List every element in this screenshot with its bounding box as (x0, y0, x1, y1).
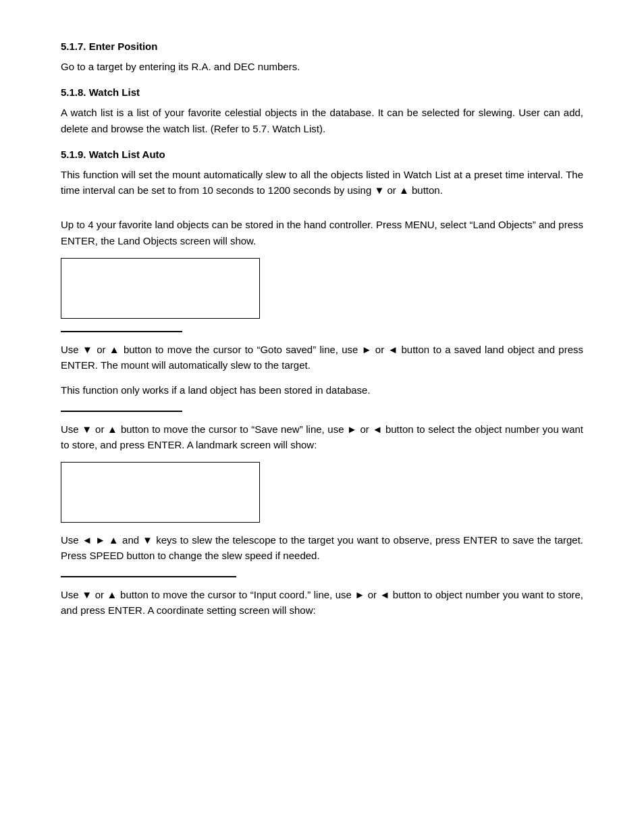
heading-517: 5.1.7. Enter Position (61, 41, 583, 52)
screen-box-1 (61, 258, 260, 319)
section-518: 5.1.8. Watch List A watch list is a list… (61, 86, 583, 136)
land-objects-intro: Up to 4 your favorite land objects can b… (61, 217, 583, 618)
heading-519: 5.1.9. Watch List Auto (61, 149, 583, 160)
screen-box-2 (61, 462, 260, 523)
block1-desc1: Use ▼ or ▲ button to move the cursor to … (61, 342, 583, 373)
para-517-1: Go to a target by entering its R.A. and … (61, 59, 583, 74)
page-content: 5.1.7. Enter Position Go to a target by … (0, 0, 644, 668)
para-519-1: This function will set the mount automat… (61, 167, 583, 199)
block2-desc1: Use ▼ or ▲ button to move the cursor to … (61, 421, 583, 453)
block3-desc1: Use ◄ ► ▲ and ▼ keys to slew the telesco… (61, 532, 583, 564)
para-518-1: A watch list is a list of your favorite … (61, 105, 583, 136)
divider-1 (61, 331, 182, 332)
divider-2 (61, 411, 182, 412)
land-objects-intro-para: Up to 4 your favorite land objects can b… (61, 217, 583, 249)
heading-518: 5.1.8. Watch List (61, 86, 583, 98)
block1-desc2: This function only works if a land objec… (61, 382, 583, 398)
section-519: 5.1.9. Watch List Auto This function wil… (61, 149, 583, 199)
block4-desc1: Use ▼ or ▲ button to move the cursor to … (61, 587, 583, 619)
divider-3 (61, 576, 236, 577)
section-517: 5.1.7. Enter Position Go to a target by … (61, 41, 583, 74)
